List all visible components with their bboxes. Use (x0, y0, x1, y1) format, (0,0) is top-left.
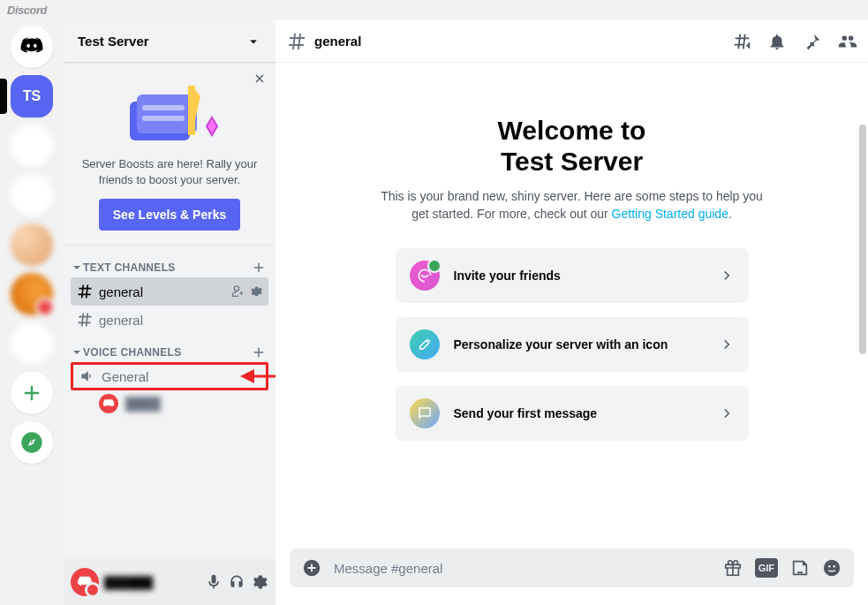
message-composer: GIF (290, 548, 854, 587)
welcome-title: Welcome to Test Server (378, 116, 766, 177)
wave-icon (410, 261, 440, 291)
add-channel-button[interactable] (251, 344, 267, 360)
chevron-right-icon (719, 337, 735, 352)
chevron-right-icon (719, 268, 735, 284)
category-label: VOICE CHANNELS (83, 346, 182, 359)
welcome-block: Welcome to Test Server This is your bran… (378, 116, 766, 223)
promo-cta-button[interactable]: See Levels & Perks (99, 199, 240, 231)
caret-down-icon (72, 348, 81, 357)
server-initials: TS (23, 88, 41, 104)
brush-icon (410, 329, 440, 359)
self-username: ██████ (104, 576, 200, 589)
chat-area: general Welcome to Test Server This is y… (275, 20, 868, 605)
getting-started-link[interactable]: Getting Started guide (612, 207, 728, 221)
self-user-panel: ██████ (64, 559, 275, 605)
svg-point-8 (828, 565, 831, 568)
category-text-channels[interactable]: TEXT CHANNELS (71, 249, 268, 277)
card-label: Send your first message (454, 406, 705, 420)
welcome-subtitle: This is your brand new, shiny server. He… (378, 187, 766, 223)
sticker-button[interactable] (790, 558, 810, 578)
attach-button[interactable] (302, 558, 321, 578)
channel-name-label: general (99, 284, 226, 299)
scrollbar[interactable] (859, 125, 866, 354)
server-item[interactable] (11, 223, 53, 266)
explore-servers-button[interactable] (11, 421, 53, 464)
channel-sidebar: Test Server Server Boosts are here! Rall… (64, 20, 275, 605)
notifications-icon[interactable] (767, 32, 787, 51)
mute-mic-button[interactable] (205, 573, 223, 591)
server-name: Test Server (78, 34, 149, 49)
emoji-button[interactable] (822, 558, 842, 578)
members-icon[interactable] (838, 32, 857, 51)
svg-point-7 (824, 560, 840, 576)
voice-user-name: ████ (125, 397, 161, 411)
channel-name-label: General (102, 369, 260, 384)
server-item[interactable] (11, 273, 53, 315)
boost-illustration (78, 77, 261, 146)
selection-pill (0, 79, 7, 114)
server-item[interactable] (11, 322, 53, 365)
add-server-button[interactable] (11, 372, 53, 414)
channel-general-2[interactable]: general (71, 306, 268, 334)
chevron-right-icon (719, 405, 735, 421)
chat-header: general (275, 20, 868, 63)
server-item[interactable] (11, 174, 53, 216)
gif-button[interactable]: GIF (755, 558, 778, 578)
home-button[interactable] (11, 26, 53, 68)
discord-logo-icon (77, 574, 93, 590)
server-test-server[interactable]: TS (11, 75, 53, 117)
svg-rect-4 (188, 86, 195, 135)
svg-rect-2 (142, 105, 185, 110)
server-name-dropdown[interactable]: Test Server (64, 20, 275, 63)
compass-icon (19, 430, 44, 455)
category-label: TEXT CHANNELS (83, 261, 176, 274)
card-label: Invite your friends (454, 268, 705, 283)
category-voice-channels[interactable]: VOICE CHANNELS (71, 334, 268, 362)
speaker-icon (79, 367, 96, 385)
hash-icon (76, 311, 94, 329)
promo-text: Server Boosts are here! Rally your frien… (78, 156, 261, 188)
card-label: Personalize your server with an icon (454, 337, 705, 352)
boost-promo: Server Boosts are here! Rally your frien… (64, 63, 275, 246)
self-avatar[interactable] (71, 568, 99, 596)
channel-title: general (314, 34, 725, 49)
plus-icon (19, 381, 44, 405)
close-icon (253, 72, 267, 86)
discord-logo-icon (19, 34, 44, 59)
server-list: TS (0, 20, 64, 605)
gear-icon[interactable] (249, 284, 263, 299)
pinned-icon[interactable] (803, 32, 822, 51)
server-item[interactable] (11, 125, 53, 167)
svg-rect-3 (142, 116, 185, 121)
discord-logo-icon (102, 397, 115, 410)
svg-rect-1 (137, 95, 197, 133)
invite-icon[interactable] (231, 284, 245, 299)
svg-point-9 (833, 565, 835, 568)
gift-button[interactable] (723, 558, 743, 578)
card-invite-friends[interactable]: Invite your friends (396, 248, 749, 303)
card-first-message[interactable]: Send your first message (396, 386, 749, 441)
add-channel-button[interactable] (251, 260, 267, 276)
app-wordmark: Discord (0, 0, 868, 20)
channel-general[interactable]: general (71, 277, 268, 306)
message-input[interactable] (334, 561, 711, 576)
card-personalize-server[interactable]: Personalize your server with an icon (396, 317, 749, 372)
channel-name-label: general (99, 313, 263, 328)
hash-icon (286, 31, 307, 52)
hash-icon (76, 283, 94, 300)
promo-close-button[interactable] (253, 72, 267, 89)
chat-icon (410, 398, 440, 428)
caret-down-icon (72, 263, 81, 272)
voice-user[interactable]: ████ (71, 390, 268, 417)
deafen-button[interactable] (228, 573, 245, 591)
threads-icon[interactable] (732, 32, 751, 51)
voice-channel-general[interactable]: General (71, 362, 268, 390)
user-settings-button[interactable] (251, 573, 268, 591)
chevron-down-icon (245, 34, 261, 49)
user-avatar (99, 394, 118, 413)
